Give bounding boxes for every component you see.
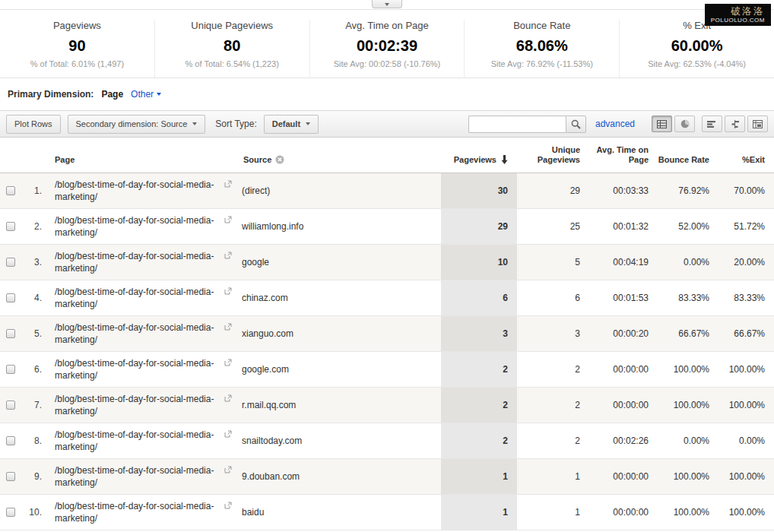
pageviews-cell: 29 (441, 208, 517, 244)
avg-time-cell: 00:00:00 (589, 387, 658, 423)
percentage-pie-icon[interactable] (674, 116, 695, 132)
bounce-rate-cell: 0.00% (658, 244, 718, 280)
page-link[interactable]: /blog/best-time-of-day-for-social-media-… (55, 358, 214, 381)
row-checkbox[interactable] (6, 472, 15, 481)
table-row: 7. /blog/best-time-of-day-for-social-med… (0, 387, 774, 423)
row-checkbox[interactable] (6, 222, 15, 231)
table-body: 1. /blog/best-time-of-day-for-social-med… (0, 173, 774, 530)
avg-time-cell: 00:00:00 (589, 494, 658, 530)
external-link-icon[interactable] (224, 502, 232, 509)
row-checkbox[interactable] (6, 401, 15, 410)
avg-time-cell: 00:00:00 (589, 351, 658, 387)
metric-subtext: % of Total: 6.54% (1,223) (155, 59, 309, 68)
external-link-icon[interactable] (224, 252, 232, 259)
page-cell: /blog/best-time-of-day-for-social-media-… (47, 423, 236, 458)
unique-pageviews-cell: 5 (517, 244, 589, 280)
page-link[interactable]: /blog/best-time-of-day-for-social-media-… (55, 429, 214, 452)
page-link[interactable]: /blog/best-time-of-day-for-social-media-… (55, 501, 214, 524)
table-row: 6. /blog/best-time-of-day-for-social-med… (0, 351, 774, 387)
exit-cell: 0.00% (718, 423, 774, 458)
row-checkbox[interactable] (6, 186, 15, 195)
primary-dimension-bar: Primary Dimension: Page Other (0, 78, 774, 110)
comparison-icon[interactable] (725, 116, 745, 132)
pageviews-cell: 1 (441, 458, 517, 494)
pageviews-cell: 6 (441, 280, 517, 315)
sort-descending-icon (501, 155, 508, 164)
external-link-icon[interactable] (224, 466, 232, 473)
row-checkbox[interactable] (6, 365, 15, 374)
metrics-summary: Pageviews 90 % of Total: 6.01% (1,497) U… (0, 10, 774, 78)
row-checkbox[interactable] (6, 508, 15, 517)
row-number: 4. (21, 280, 47, 315)
page-cell: /blog/best-time-of-day-for-social-media-… (47, 387, 236, 423)
header-rownum-cell (21, 138, 47, 173)
exit-cell: 100.00% (718, 351, 774, 387)
page-link[interactable]: /blog/best-time-of-day-for-social-media-… (55, 251, 214, 274)
external-link-icon[interactable] (224, 430, 232, 438)
exit-cell: 100.00% (718, 494, 774, 530)
bounce-rate-cell: 66.67% (658, 315, 718, 351)
search-input[interactable] (468, 116, 566, 133)
column-header-source[interactable]: Source (236, 138, 441, 173)
external-link-icon[interactable] (224, 287, 232, 295)
column-header-pageviews[interactable]: Pageviews (441, 138, 517, 173)
bounce-rate-cell: 100.00% (658, 458, 718, 494)
row-number: 3. (21, 244, 47, 280)
column-header-bounce-rate[interactable]: Bounce Rate (658, 138, 718, 173)
bounce-rate-cell: 76.92% (658, 173, 718, 208)
watermark-url: POLUOLUO.COM (711, 17, 765, 24)
table-row: 2. /blog/best-time-of-day-for-social-med… (0, 208, 774, 244)
row-checkbox-cell (0, 280, 21, 315)
avg-time-cell: 00:00:00 (589, 458, 658, 494)
table-row: 10. /blog/best-time-of-day-for-social-me… (0, 494, 774, 530)
row-checkbox-cell (0, 387, 21, 423)
row-checkbox[interactable] (6, 329, 15, 338)
external-link-icon[interactable] (224, 394, 232, 402)
metric-percent-exit: % Exit 60.00% Site Avg: 62.53% (-4.04%) (619, 20, 774, 78)
primary-dimension-label: Primary Dimension: (8, 89, 94, 100)
table-row: 9. /blog/best-time-of-day-for-social-med… (0, 458, 774, 494)
row-number: 5. (21, 315, 47, 351)
sort-type-dropdown[interactable]: Default (264, 115, 319, 134)
page-link[interactable]: /blog/best-time-of-day-for-social-media-… (55, 287, 214, 309)
data-table-icon[interactable] (652, 116, 672, 132)
row-checkbox-cell (0, 351, 21, 387)
column-header-avg-time[interactable]: Avg. Time on Page (589, 138, 658, 173)
page-link[interactable]: /blog/best-time-of-day-for-social-media-… (55, 322, 214, 345)
pivot-icon[interactable] (747, 116, 768, 132)
performance-bars-icon[interactable] (702, 116, 722, 132)
row-checkbox[interactable] (6, 293, 15, 302)
page-link[interactable]: /blog/best-time-of-day-for-social-media-… (55, 179, 214, 202)
column-header-exit[interactable]: %Exit (718, 138, 774, 173)
row-checkbox[interactable] (6, 436, 15, 445)
page-link[interactable]: /blog/best-time-of-day-for-social-media-… (55, 215, 214, 238)
external-link-icon[interactable] (224, 359, 232, 366)
page-cell: /blog/best-time-of-day-for-social-media-… (47, 244, 236, 280)
plot-rows-label: Plot Rows (14, 119, 52, 128)
unique-pageviews-cell: 6 (517, 280, 589, 315)
column-header-unique-pageviews[interactable]: Unique Pageviews (517, 138, 589, 173)
row-checkbox-cell (0, 423, 21, 458)
dimension-page[interactable]: Page (101, 89, 123, 100)
secondary-dimension-dropdown[interactable]: Secondary dimension: Source (68, 115, 206, 134)
external-link-icon[interactable] (224, 216, 232, 223)
page-link[interactable]: /blog/best-time-of-day-for-social-media-… (55, 465, 214, 488)
unique-pageviews-cell: 1 (517, 458, 589, 494)
search-button[interactable] (566, 116, 586, 133)
page-link[interactable]: /blog/best-time-of-day-for-social-media-… (55, 394, 214, 416)
chevron-down-icon (385, 3, 389, 6)
external-link-icon[interactable] (224, 323, 232, 331)
column-header-page[interactable]: Page (47, 138, 236, 173)
advanced-search-link[interactable]: advanced (595, 119, 635, 129)
metric-avg-time-on-page: Avg. Time on Page 00:02:39 Site Avg: 00:… (309, 20, 465, 78)
plot-rows-button[interactable]: Plot Rows (6, 115, 61, 134)
row-checkbox[interactable] (6, 258, 15, 267)
row-number: 8. (21, 423, 47, 458)
external-link-icon[interactable] (224, 180, 232, 188)
unique-pageviews-cell: 29 (517, 173, 589, 208)
remove-secondary-dimension-icon[interactable] (275, 155, 284, 164)
collapse-panel-button[interactable] (372, 0, 402, 8)
source-cell: chinaz.com (236, 280, 441, 315)
dimension-other-dropdown[interactable]: Other (131, 89, 161, 100)
sort-type-value: Default (272, 119, 300, 128)
